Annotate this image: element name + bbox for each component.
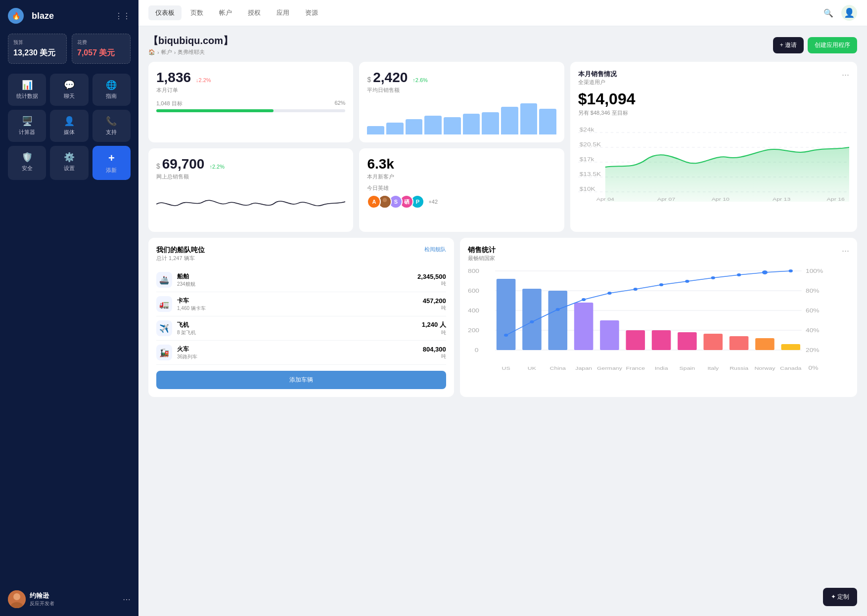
bar-US [497, 279, 516, 350]
sidebar-item-stats[interactable]: 📊 统计数据 [8, 74, 46, 106]
progress-fill [156, 109, 274, 112]
dot-Italy [711, 276, 715, 279]
sidebar-item-guide[interactable]: 🌐 指南 [92, 74, 131, 106]
svg-text:Apr 13: Apr 13 [773, 197, 790, 202]
content-area: 【biqubiqu.com】 🏠 › 帐户 › 奥弗维耶夫 + 邀请 创建应用程… [138, 26, 867, 616]
dot-France [633, 288, 637, 291]
truck-count: 1,460 辆卡车 [177, 305, 206, 312]
budget-card: 预算 13,230 美元 [8, 34, 67, 64]
avg-daily-card: $ 2,420 ↑2.6% 平均日销售额 [359, 62, 564, 142]
plane-unit: 吨 [422, 329, 446, 336]
tab-account[interactable]: 帐户 [212, 5, 239, 20]
bar-UK [522, 289, 542, 350]
sidebar-item-settings[interactable]: ⚙️ 设置 [50, 146, 88, 180]
ship-num: 2,345,500 [417, 273, 446, 280]
avg-daily-change: ↑2.6% [412, 77, 428, 83]
stats-icon: 📊 [22, 80, 33, 90]
customize-button[interactable]: ✦ 定制 [823, 588, 857, 606]
svg-text:Germany: Germany [597, 366, 623, 371]
train-unit: 吨 [423, 353, 446, 360]
sidebar-label-guide: 指南 [106, 92, 117, 100]
progress-labels: 1,048 目标 62% [156, 100, 345, 107]
ship-icon: 🚢 [156, 272, 172, 288]
monthly-more-menu[interactable]: ··· [842, 70, 849, 80]
svg-text:20%: 20% [806, 348, 820, 353]
wave-chart [156, 184, 345, 224]
user-role: 反应开发者 [30, 600, 54, 607]
nav-icons: 🔍 👤 [821, 5, 857, 21]
tab-resources[interactable]: 资源 [298, 5, 325, 20]
sidebar-item-calc[interactable]: 🖥️ 计算器 [8, 110, 46, 142]
bar-France [626, 330, 645, 350]
target-label: 1,048 目标 [156, 100, 183, 107]
heroes-more: +42 [428, 199, 438, 205]
fleet-subtitle: 总计 1,247 辆车 [156, 255, 205, 262]
create-app-button[interactable]: 创建应用程序 [808, 37, 857, 53]
tab-auth[interactable]: 授权 [241, 5, 268, 20]
tab-pages[interactable]: 页数 [183, 5, 210, 20]
sidebar-menu-icon[interactable]: ⋮⋮ [115, 11, 131, 21]
svg-text:$10K: $10K [580, 186, 595, 192]
invite-button[interactable]: + 邀请 [773, 37, 804, 53]
sales-stats-more-menu[interactable]: ··· [842, 246, 849, 256]
total-sales-header: $ 69,700 ↑2.2% [156, 156, 345, 172]
bar-1 [386, 123, 404, 135]
avg-daily-value: 2,420 [373, 70, 408, 86]
expense-label: 花费 [77, 39, 125, 46]
chat-icon: 💬 [64, 80, 75, 90]
nav-tabs: 仪表板 页数 帐户 授权 应用 资源 [148, 5, 325, 20]
bottom-grid: 我们的船队吨位 总计 1,247 辆车 检阅舰队 🚢 船舶 234艘舰 2,34… [148, 238, 857, 397]
bar-Norway [755, 338, 775, 350]
fleet-card: 我们的船队吨位 总计 1,247 辆车 检阅舰队 🚢 船舶 234艘舰 2,34… [148, 238, 454, 397]
plane-num: 1,240 人 [422, 320, 446, 329]
sidebar: 🔥 blaze ⋮⋮ 预算 13,230 美元 花费 7,057 美元 📊 统计… [0, 0, 138, 616]
svg-text:100%: 100% [806, 268, 823, 274]
svg-text:600: 600 [468, 288, 479, 294]
breadcrumb-account[interactable]: 帐户 [161, 48, 172, 56]
dashboard-grid: 1,836 ↓2.2% 本月订单 1,048 目标 62% $ [148, 62, 857, 232]
topnav: 仪表板 页数 帐户 授权 应用 资源 🔍 👤 [138, 0, 867, 26]
monthly-line-chart: $24k $20.5K $17k $13.5K $10K [578, 123, 849, 202]
sidebar-menu-grid: 📊 统计数据 💬 聊天 🌐 指南 🖥️ 计算器 👤 媒体 📞 支持 🛡️ 安全 [8, 74, 131, 180]
ship-count: 234艘舰 [177, 281, 195, 288]
monthly-sales-card: 本月销售情况 全渠道用户 ··· $14,094 另有 $48,346 至目标 [570, 62, 857, 232]
bar-9 [539, 109, 556, 135]
ship-name: 船舶 [177, 272, 195, 281]
sidebar-item-chat[interactable]: 💬 聊天 [50, 74, 88, 106]
svg-text:$17k: $17k [580, 157, 595, 163]
svg-text:UK: UK [528, 366, 537, 371]
sidebar-label-chat: 聊天 [64, 92, 75, 100]
bar-2 [406, 119, 423, 135]
dot-Norway [762, 270, 768, 274]
sidebar-label-settings: 设置 [64, 165, 75, 172]
sidebar-item-media[interactable]: 👤 媒体 [50, 110, 88, 142]
user-menu-icon[interactable]: ⋯ [123, 595, 131, 604]
sidebar-label-stats: 统计数据 [16, 92, 38, 100]
search-button[interactable]: 🔍 [821, 5, 836, 21]
new-customers-header: 6.3k [367, 156, 556, 172]
fleet-title: 我们的船队吨位 [156, 246, 205, 255]
bar-7 [501, 107, 518, 134]
new-customers-label: 本月新客户 [367, 173, 556, 180]
bar-Russia [730, 336, 749, 350]
svg-text:40%: 40% [806, 328, 820, 334]
fleet-item-plane: ✈️ 飞机 8 架飞机 1,240 人 吨 [156, 316, 446, 341]
plane-icon: ✈️ [156, 320, 172, 336]
breadcrumb-sub[interactable]: 奥弗维耶夫 [178, 48, 205, 56]
sidebar-item-add[interactable]: + 添新 [92, 146, 131, 180]
sidebar-item-support[interactable]: 📞 支持 [92, 110, 131, 142]
add-vehicle-button[interactable]: 添加车辆 [156, 371, 446, 389]
support-icon: 📞 [106, 116, 117, 127]
sidebar-label-add: 添新 [106, 167, 117, 174]
sidebar-item-security[interactable]: 🛡️ 安全 [8, 146, 46, 180]
tab-dashboard[interactable]: 仪表板 [148, 5, 182, 20]
fleet-link[interactable]: 检阅舰队 [424, 246, 446, 253]
svg-text:Canada: Canada [780, 366, 802, 371]
tab-apps[interactable]: 应用 [270, 5, 296, 20]
add-icon: + [108, 152, 115, 165]
user-icon-button[interactable]: 👤 [841, 5, 857, 21]
heroes-label: 今日英雄 [367, 184, 556, 192]
expense-card: 花费 7,057 美元 [72, 34, 131, 64]
svg-text:60%: 60% [806, 308, 820, 314]
breadcrumb-home[interactable]: 🏠 [148, 49, 155, 55]
